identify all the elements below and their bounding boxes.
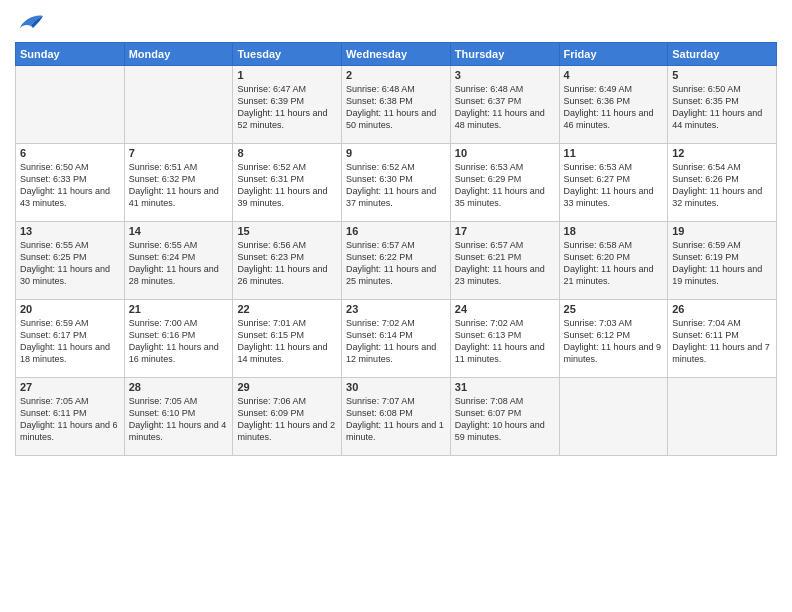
day-number: 30 xyxy=(346,381,446,393)
calendar-cell: 13Sunrise: 6:55 AM Sunset: 6:25 PM Dayli… xyxy=(16,222,125,300)
calendar-cell: 20Sunrise: 6:59 AM Sunset: 6:17 PM Dayli… xyxy=(16,300,125,378)
day-number: 27 xyxy=(20,381,120,393)
calendar-cell: 5Sunrise: 6:50 AM Sunset: 6:35 PM Daylig… xyxy=(668,66,777,144)
cell-content: Sunrise: 6:52 AM Sunset: 6:30 PM Dayligh… xyxy=(346,161,446,210)
calendar-cell xyxy=(16,66,125,144)
day-number: 21 xyxy=(129,303,229,315)
day-number: 1 xyxy=(237,69,337,81)
logo xyxy=(15,10,49,34)
calendar-cell: 8Sunrise: 6:52 AM Sunset: 6:31 PM Daylig… xyxy=(233,144,342,222)
day-number: 2 xyxy=(346,69,446,81)
cell-content: Sunrise: 6:50 AM Sunset: 6:35 PM Dayligh… xyxy=(672,83,772,132)
calendar-cell: 11Sunrise: 6:53 AM Sunset: 6:27 PM Dayli… xyxy=(559,144,668,222)
calendar-page: SundayMondayTuesdayWednesdayThursdayFrid… xyxy=(0,0,792,612)
day-number: 3 xyxy=(455,69,555,81)
cell-content: Sunrise: 6:48 AM Sunset: 6:37 PM Dayligh… xyxy=(455,83,555,132)
day-number: 24 xyxy=(455,303,555,315)
calendar-cell: 17Sunrise: 6:57 AM Sunset: 6:21 PM Dayli… xyxy=(450,222,559,300)
cell-content: Sunrise: 6:55 AM Sunset: 6:25 PM Dayligh… xyxy=(20,239,120,288)
calendar-week-2: 6Sunrise: 6:50 AM Sunset: 6:33 PM Daylig… xyxy=(16,144,777,222)
calendar-cell xyxy=(559,378,668,456)
cell-content: Sunrise: 6:54 AM Sunset: 6:26 PM Dayligh… xyxy=(672,161,772,210)
cell-content: Sunrise: 7:02 AM Sunset: 6:14 PM Dayligh… xyxy=(346,317,446,366)
day-number: 31 xyxy=(455,381,555,393)
calendar-cell: 1Sunrise: 6:47 AM Sunset: 6:39 PM Daylig… xyxy=(233,66,342,144)
cell-content: Sunrise: 7:08 AM Sunset: 6:07 PM Dayligh… xyxy=(455,395,555,444)
calendar-cell: 6Sunrise: 6:50 AM Sunset: 6:33 PM Daylig… xyxy=(16,144,125,222)
day-number: 9 xyxy=(346,147,446,159)
weekday-header-monday: Monday xyxy=(124,43,233,66)
day-number: 18 xyxy=(564,225,664,237)
cell-content: Sunrise: 7:05 AM Sunset: 6:10 PM Dayligh… xyxy=(129,395,229,444)
day-number: 20 xyxy=(20,303,120,315)
cell-content: Sunrise: 6:49 AM Sunset: 6:36 PM Dayligh… xyxy=(564,83,664,132)
calendar-cell: 15Sunrise: 6:56 AM Sunset: 6:23 PM Dayli… xyxy=(233,222,342,300)
calendar-cell: 16Sunrise: 6:57 AM Sunset: 6:22 PM Dayli… xyxy=(342,222,451,300)
cell-content: Sunrise: 7:00 AM Sunset: 6:16 PM Dayligh… xyxy=(129,317,229,366)
weekday-header-saturday: Saturday xyxy=(668,43,777,66)
day-number: 23 xyxy=(346,303,446,315)
weekday-header-tuesday: Tuesday xyxy=(233,43,342,66)
cell-content: Sunrise: 6:47 AM Sunset: 6:39 PM Dayligh… xyxy=(237,83,337,132)
day-number: 8 xyxy=(237,147,337,159)
calendar-cell: 3Sunrise: 6:48 AM Sunset: 6:37 PM Daylig… xyxy=(450,66,559,144)
calendar-week-1: 1Sunrise: 6:47 AM Sunset: 6:39 PM Daylig… xyxy=(16,66,777,144)
cell-content: Sunrise: 6:55 AM Sunset: 6:24 PM Dayligh… xyxy=(129,239,229,288)
day-number: 28 xyxy=(129,381,229,393)
weekday-header-friday: Friday xyxy=(559,43,668,66)
day-number: 17 xyxy=(455,225,555,237)
calendar-cell: 4Sunrise: 6:49 AM Sunset: 6:36 PM Daylig… xyxy=(559,66,668,144)
calendar-cell: 29Sunrise: 7:06 AM Sunset: 6:09 PM Dayli… xyxy=(233,378,342,456)
day-number: 5 xyxy=(672,69,772,81)
calendar-cell: 31Sunrise: 7:08 AM Sunset: 6:07 PM Dayli… xyxy=(450,378,559,456)
cell-content: Sunrise: 7:07 AM Sunset: 6:08 PM Dayligh… xyxy=(346,395,446,444)
day-number: 7 xyxy=(129,147,229,159)
day-number: 16 xyxy=(346,225,446,237)
cell-content: Sunrise: 7:05 AM Sunset: 6:11 PM Dayligh… xyxy=(20,395,120,444)
cell-content: Sunrise: 7:03 AM Sunset: 6:12 PM Dayligh… xyxy=(564,317,664,366)
calendar-cell: 24Sunrise: 7:02 AM Sunset: 6:13 PM Dayli… xyxy=(450,300,559,378)
calendar-cell: 30Sunrise: 7:07 AM Sunset: 6:08 PM Dayli… xyxy=(342,378,451,456)
cell-content: Sunrise: 6:48 AM Sunset: 6:38 PM Dayligh… xyxy=(346,83,446,132)
header xyxy=(15,10,777,34)
cell-content: Sunrise: 6:59 AM Sunset: 6:17 PM Dayligh… xyxy=(20,317,120,366)
cell-content: Sunrise: 6:52 AM Sunset: 6:31 PM Dayligh… xyxy=(237,161,337,210)
cell-content: Sunrise: 7:01 AM Sunset: 6:15 PM Dayligh… xyxy=(237,317,337,366)
day-number: 6 xyxy=(20,147,120,159)
calendar-cell: 23Sunrise: 7:02 AM Sunset: 6:14 PM Dayli… xyxy=(342,300,451,378)
calendar-cell: 19Sunrise: 6:59 AM Sunset: 6:19 PM Dayli… xyxy=(668,222,777,300)
day-number: 12 xyxy=(672,147,772,159)
weekday-header-sunday: Sunday xyxy=(16,43,125,66)
calendar-cell: 26Sunrise: 7:04 AM Sunset: 6:11 PM Dayli… xyxy=(668,300,777,378)
cell-content: Sunrise: 6:50 AM Sunset: 6:33 PM Dayligh… xyxy=(20,161,120,210)
cell-content: Sunrise: 6:56 AM Sunset: 6:23 PM Dayligh… xyxy=(237,239,337,288)
day-number: 19 xyxy=(672,225,772,237)
calendar-week-4: 20Sunrise: 6:59 AM Sunset: 6:17 PM Dayli… xyxy=(16,300,777,378)
cell-content: Sunrise: 7:04 AM Sunset: 6:11 PM Dayligh… xyxy=(672,317,772,366)
cell-content: Sunrise: 7:02 AM Sunset: 6:13 PM Dayligh… xyxy=(455,317,555,366)
day-number: 29 xyxy=(237,381,337,393)
cell-content: Sunrise: 6:53 AM Sunset: 6:29 PM Dayligh… xyxy=(455,161,555,210)
calendar-cell: 28Sunrise: 7:05 AM Sunset: 6:10 PM Dayli… xyxy=(124,378,233,456)
calendar-cell: 2Sunrise: 6:48 AM Sunset: 6:38 PM Daylig… xyxy=(342,66,451,144)
calendar-cell: 18Sunrise: 6:58 AM Sunset: 6:20 PM Dayli… xyxy=(559,222,668,300)
calendar-cell: 27Sunrise: 7:05 AM Sunset: 6:11 PM Dayli… xyxy=(16,378,125,456)
cell-content: Sunrise: 6:53 AM Sunset: 6:27 PM Dayligh… xyxy=(564,161,664,210)
calendar-week-5: 27Sunrise: 7:05 AM Sunset: 6:11 PM Dayli… xyxy=(16,378,777,456)
day-number: 10 xyxy=(455,147,555,159)
cell-content: Sunrise: 6:59 AM Sunset: 6:19 PM Dayligh… xyxy=(672,239,772,288)
calendar-cell: 10Sunrise: 6:53 AM Sunset: 6:29 PM Dayli… xyxy=(450,144,559,222)
cell-content: Sunrise: 6:58 AM Sunset: 6:20 PM Dayligh… xyxy=(564,239,664,288)
day-number: 4 xyxy=(564,69,664,81)
calendar-cell xyxy=(124,66,233,144)
calendar-table: SundayMondayTuesdayWednesdayThursdayFrid… xyxy=(15,42,777,456)
weekday-header-wednesday: Wednesday xyxy=(342,43,451,66)
calendar-cell: 9Sunrise: 6:52 AM Sunset: 6:30 PM Daylig… xyxy=(342,144,451,222)
calendar-week-3: 13Sunrise: 6:55 AM Sunset: 6:25 PM Dayli… xyxy=(16,222,777,300)
calendar-cell xyxy=(668,378,777,456)
day-number: 26 xyxy=(672,303,772,315)
calendar-cell: 7Sunrise: 6:51 AM Sunset: 6:32 PM Daylig… xyxy=(124,144,233,222)
day-number: 13 xyxy=(20,225,120,237)
day-number: 22 xyxy=(237,303,337,315)
cell-content: Sunrise: 6:57 AM Sunset: 6:21 PM Dayligh… xyxy=(455,239,555,288)
